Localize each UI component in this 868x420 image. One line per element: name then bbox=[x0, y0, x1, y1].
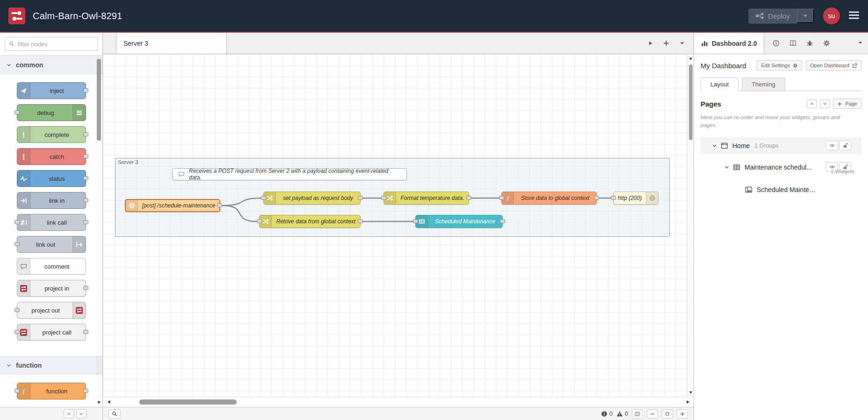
palette-category-function[interactable]: function bbox=[0, 356, 102, 375]
palette-node-link-in[interactable]: link in bbox=[17, 192, 86, 209]
output-port[interactable] bbox=[83, 198, 88, 202]
palette-node-status[interactable]: status bbox=[17, 170, 86, 187]
flow-node-http-in[interactable]: [post] /schedule-maintenance bbox=[125, 199, 220, 212]
input-port[interactable] bbox=[381, 196, 386, 200]
palette-node-catch[interactable]: catch bbox=[17, 148, 86, 165]
zoom-reset-button[interactable] bbox=[662, 409, 673, 419]
input-port[interactable] bbox=[499, 196, 504, 200]
tab-info[interactable] bbox=[769, 36, 783, 50]
tree-row-home[interactable]: Home 1 Groups bbox=[701, 137, 861, 154]
search-flows-button[interactable] bbox=[108, 409, 121, 419]
palette-node-project-call[interactable]: project call bbox=[17, 324, 86, 341]
input-port[interactable] bbox=[14, 220, 20, 224]
input-port[interactable] bbox=[14, 110, 20, 114]
palette-node-function[interactable]: ffunction bbox=[17, 383, 86, 399]
canvas-vertical-scrollbar[interactable] bbox=[687, 54, 694, 397]
scroll-down-icon[interactable] bbox=[688, 390, 693, 395]
edit-settings-button[interactable]: Edit Settings bbox=[757, 60, 802, 71]
wire-http_in-to-set_payload[interactable] bbox=[223, 198, 261, 206]
output-port[interactable] bbox=[358, 219, 363, 223]
palette-node-project-out[interactable]: project out bbox=[17, 302, 86, 319]
input-port[interactable] bbox=[261, 196, 266, 200]
input-port[interactable] bbox=[14, 308, 20, 312]
output-port[interactable] bbox=[500, 219, 505, 223]
flow-canvas[interactable]: Server 3Receives a POST request from Ser… bbox=[103, 54, 694, 397]
flow-node-retrieve-global[interactable]: Retrive data from global context bbox=[259, 215, 361, 228]
output-port[interactable] bbox=[358, 196, 363, 200]
input-port[interactable] bbox=[14, 242, 20, 246]
output-port[interactable] bbox=[83, 176, 88, 180]
output-port[interactable] bbox=[83, 389, 88, 393]
hscrollbar-track[interactable] bbox=[115, 397, 681, 407]
main-menu-button[interactable] bbox=[848, 11, 860, 21]
palette-category-common[interactable]: common bbox=[0, 56, 102, 74]
hscrollbar-thumb[interactable] bbox=[139, 399, 237, 405]
scroll-right-button[interactable] bbox=[681, 399, 694, 405]
warning-count[interactable]: 0 bbox=[616, 411, 628, 417]
flow-tab-server-3[interactable]: Server 3 bbox=[116, 33, 227, 54]
input-port[interactable] bbox=[611, 196, 616, 200]
output-port[interactable] bbox=[217, 203, 222, 207]
next-flow-button[interactable] bbox=[647, 40, 653, 46]
scroll-down-icon[interactable] bbox=[96, 400, 101, 405]
zoom-in-button[interactable] bbox=[677, 409, 688, 419]
tab-debug[interactable] bbox=[803, 36, 817, 50]
input-port[interactable] bbox=[14, 330, 20, 334]
palette-node-debug[interactable]: debug bbox=[17, 104, 86, 121]
chevron-down-icon[interactable] bbox=[712, 143, 717, 149]
toggle-lock-button[interactable] bbox=[839, 141, 851, 150]
input-port[interactable] bbox=[257, 219, 262, 223]
canvas-vscrollbar-thumb[interactable] bbox=[689, 64, 693, 140]
open-dashboard-button[interactable]: Open Dashboard bbox=[806, 60, 861, 71]
input-port[interactable] bbox=[413, 219, 418, 223]
deploy-options-button[interactable] bbox=[797, 9, 814, 23]
palette-scrollbar-thumb[interactable] bbox=[97, 59, 101, 141]
output-port[interactable] bbox=[594, 196, 599, 200]
canvas-horizontal-scrollbar[interactable] bbox=[103, 397, 694, 407]
move-page-down-button[interactable] bbox=[820, 100, 830, 108]
output-port[interactable] bbox=[83, 330, 88, 334]
tree-row-maintenance-schedule[interactable]: Maintenance schedul... 1 Widgets bbox=[701, 159, 861, 176]
filter-nodes-input[interactable] bbox=[18, 41, 94, 48]
scroll-up-icon[interactable] bbox=[688, 56, 693, 61]
palette-node-link-out[interactable]: link out bbox=[17, 236, 86, 253]
tab-dashboard-2[interactable]: Dashboard 2.0 bbox=[694, 33, 764, 54]
palette-scrollbar[interactable] bbox=[96, 57, 102, 406]
chevron-down-icon[interactable] bbox=[724, 164, 730, 170]
tab-config[interactable] bbox=[819, 36, 833, 50]
navigator-toggle-button[interactable] bbox=[632, 409, 643, 419]
output-port[interactable] bbox=[83, 220, 88, 224]
comment-node[interactable]: Receives a POST request from Server 2 wi… bbox=[172, 168, 407, 180]
add-flow-button[interactable] bbox=[663, 40, 670, 47]
deploy-button[interactable]: Deploy bbox=[749, 9, 797, 23]
flow-node-format-temp[interactable]: Format temperature data. bbox=[383, 192, 469, 205]
output-port[interactable] bbox=[466, 196, 471, 200]
expand-categories-button[interactable] bbox=[76, 409, 87, 418]
output-port[interactable] bbox=[83, 88, 88, 93]
output-port[interactable] bbox=[83, 286, 88, 290]
user-avatar[interactable]: su bbox=[823, 7, 840, 24]
output-port[interactable] bbox=[83, 132, 88, 136]
scroll-left-button[interactable] bbox=[103, 399, 115, 405]
collapse-categories-button[interactable] bbox=[64, 409, 74, 418]
flow-node-set-payload[interactable]: set payload as request body bbox=[263, 192, 361, 205]
palette-node-comment[interactable]: comment bbox=[17, 258, 86, 275]
toggle-visibility-button[interactable] bbox=[826, 141, 838, 150]
tab-layout[interactable]: Layout bbox=[701, 78, 738, 91]
tab-theming[interactable]: Theming bbox=[742, 78, 785, 91]
add-page-button[interactable]: Page bbox=[833, 99, 861, 109]
flow-list-button[interactable] bbox=[679, 40, 685, 46]
palette-node-inject[interactable]: inject bbox=[17, 82, 86, 99]
flow-node-ui-table[interactable]: Scheduled Maintenance bbox=[415, 215, 503, 228]
zoom-out-button[interactable] bbox=[647, 409, 658, 419]
sidebar-tab-list-button[interactable] bbox=[857, 40, 863, 47]
output-port[interactable] bbox=[83, 154, 88, 158]
wire-http_in-to-retrieve_global[interactable] bbox=[223, 206, 257, 221]
input-port[interactable] bbox=[14, 389, 20, 393]
error-count[interactable]: 0 bbox=[601, 411, 613, 417]
flow-node-store-global[interactable]: fStore data to global context bbox=[501, 192, 597, 205]
tree-row-scheduled-maintenance[interactable]: Scheduled Maintenance bbox=[701, 181, 861, 198]
palette-node-project-in[interactable]: project in bbox=[17, 280, 86, 297]
flow-node-http-response[interactable]: http (200) bbox=[613, 192, 658, 205]
move-page-up-button[interactable] bbox=[807, 100, 817, 108]
